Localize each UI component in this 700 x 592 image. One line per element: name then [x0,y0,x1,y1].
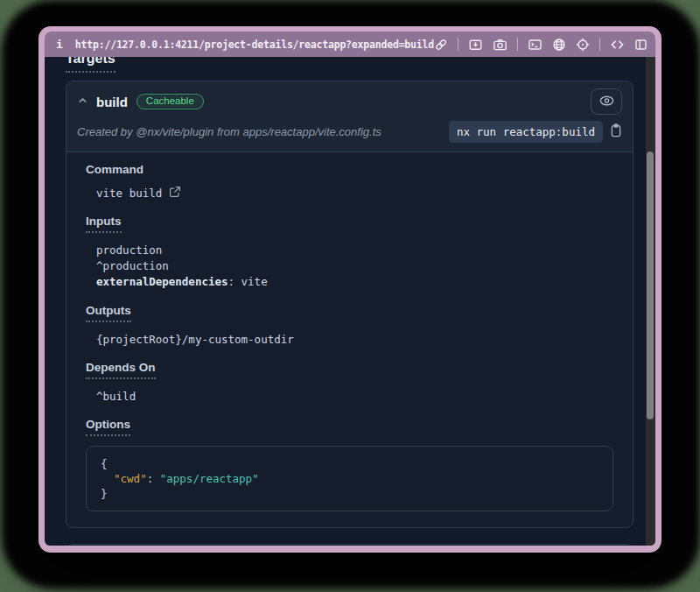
target-name: build [96,95,128,109]
options-json-block: { "cwd": "apps/reactapp" } [86,446,613,511]
terminal-icon [528,38,542,52]
locate-button[interactable] [576,38,590,52]
command-value: vite build [96,186,162,201]
code-icon [610,38,625,52]
code-view-button[interactable] [610,38,625,52]
link-button[interactable] [434,38,448,52]
split-panel-icon [634,38,648,52]
output-item: {projectRoot}/my-custom-outdir [96,332,613,347]
json-line: "cwd": "apps/reactapp" [101,471,598,486]
side-panel-button[interactable] [634,38,648,52]
json-line: { [101,456,598,471]
external-link-icon [169,186,181,201]
created-by-text: Created by @nx/vite/plugin from apps/rea… [77,125,382,138]
json-line: } [101,486,598,501]
input-item: externalDependencies: vite [96,274,613,290]
info-icon: i [56,38,63,51]
browser-toolbar: i http://127.0.0.1:4211/project-details/… [45,32,655,57]
run-command-chip: nx run reactapp:build [449,121,603,143]
clipboard-icon [610,123,622,140]
depends-on-item: ^build [96,389,613,404]
terminal-button[interactable] [528,38,542,52]
scrollbar-track[interactable] [646,57,655,546]
copy-command-button[interactable] [610,123,622,140]
crosshair-icon [576,38,590,52]
project-details-page: Targets [45,57,646,546]
collapse-build-button[interactable] [77,95,88,109]
desktop-background: i http://127.0.0.1:4211/project-details/… [0,0,700,592]
targets-heading: Targets [66,57,116,73]
eye-icon [598,94,615,110]
inputs-list: production ^production externalDependenc… [96,243,613,290]
build-card-body: Command vite build [66,152,633,527]
depends-on-heading: Depends On [86,361,613,379]
download-tray-icon [468,38,483,52]
chevron-up-icon [77,95,88,109]
browser-viewport: Targets [45,57,655,546]
toolbar-icon-group [434,38,648,52]
input-item: ^production [96,258,613,274]
input-item: production [96,243,613,258]
browser-window: i http://127.0.0.1:4211/project-details/… [38,26,662,553]
network-button[interactable] [552,38,566,52]
build-eye-button[interactable] [591,88,622,115]
link-icon [434,38,448,52]
toolbar-separator [517,38,518,51]
outputs-heading: Outputs [86,304,613,322]
globe-icon [552,38,566,52]
options-heading: Options [86,418,613,436]
open-command-link[interactable] [169,186,181,201]
address-bar[interactable]: http://127.0.0.1:4211/project-details/re… [75,39,434,51]
toolbar-separator [599,38,600,51]
build-card-header[interactable]: build Cacheable [66,81,633,152]
command-heading: Command [86,163,613,176]
scrollbar-thumb[interactable] [647,152,654,419]
target-card-build: build Cacheable [66,81,634,528]
serve-card-header[interactable]: serve vite serve [66,545,633,546]
camera-icon [493,38,508,52]
target-card-serve: serve vite serve [66,544,634,546]
screenshot-button[interactable] [493,38,508,52]
inputs-heading: Inputs [86,215,613,233]
cacheable-badge: Cacheable [136,94,204,110]
import-button[interactable] [468,38,483,52]
toolbar-separator [458,38,458,51]
